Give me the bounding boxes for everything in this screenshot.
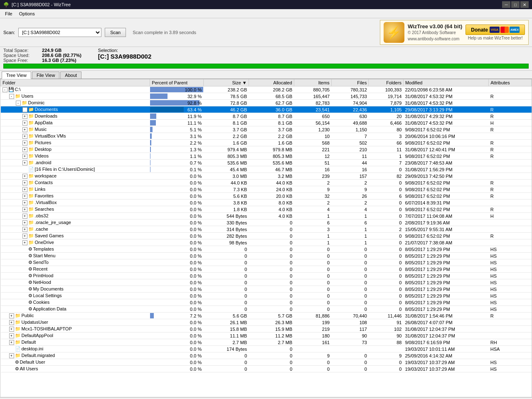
- table-row[interactable]: +📁AppData11.1 %8.1 GB8.1 GB56,15449,6886…: [1, 120, 532, 126]
- expand-button[interactable]: +: [22, 234, 27, 239]
- table-row[interactable]: +📁DefaultAppPool0.0 %11.1 MB11.2 MB18090…: [1, 332, 532, 339]
- table-row[interactable]: +📁Default.migrated0.0 %0090925/09/2016 4…: [1, 352, 532, 359]
- table-row[interactable]: +📁.android0.7 %535.6 MB535.6 MB5144723/0…: [1, 160, 532, 166]
- table-row[interactable]: -💾C:\100.0 %238.2 GB208.2 GB880,705780,3…: [1, 86, 532, 93]
- expand-button[interactable]: +: [9, 353, 14, 358]
- table-row[interactable]: +📁Downloads11.9 %8.7 GB8.7 GB6506302031/…: [1, 113, 532, 120]
- expand-button[interactable]: +: [22, 200, 27, 205]
- folder-icon: ⚙: [28, 260, 32, 265]
- table-row[interactable]: +📁Favorites0.0 %5.6 KB20.0 KB322669/08/2…: [1, 193, 532, 200]
- tab-about[interactable]: About: [60, 71, 81, 79]
- folder-icon: ⚙: [28, 286, 32, 291]
- table-row[interactable]: +📁Videos1.1 %805.3 MB805.3 MB121119/08/2…: [1, 153, 532, 160]
- table-row[interactable]: ⚙All Users0.0 %0000019/03/2017 10:37:29 …: [1, 366, 532, 372]
- table-row[interactable]: ⚙Cookies0.0 %000008/05/2017 1:29:29 PMHS: [1, 299, 532, 306]
- tab-tree-view[interactable]: Tree View: [2, 71, 31, 79]
- expand-button[interactable]: +: [9, 340, 14, 345]
- col-header-folders[interactable]: Folders: [369, 79, 403, 86]
- expand-button[interactable]: +: [9, 333, 14, 338]
- maximize-button[interactable]: □: [511, 1, 520, 8]
- table-row[interactable]: +📁Pictures2.2 %1.6 GB1.6 GB568502669/08/…: [1, 140, 532, 146]
- expand-button[interactable]: +: [22, 227, 27, 232]
- expand-button[interactable]: +: [22, 180, 27, 185]
- expand-button[interactable]: +: [22, 207, 27, 212]
- col-header-size[interactable]: Size ▼: [203, 79, 249, 86]
- table-row[interactable]: +📁Saved Games0.0 %282 Bytes01109/08/2017…: [1, 233, 532, 239]
- table-row[interactable]: ⚙Local Settings0.0 %000008/05/2017 1:29:…: [1, 293, 532, 299]
- tab-file-view[interactable]: File View: [32, 71, 59, 79]
- expand-button[interactable]: -: [9, 94, 14, 99]
- table-row[interactable]: +📁Contacts0.0 %44.0 KB44.0 KB2209/08/201…: [1, 180, 532, 186]
- col-header-items[interactable]: Items: [294, 79, 331, 86]
- table-row[interactable]: +📁.obs320.0 %544 Bytes4.0 KB1107/07/2017…: [1, 213, 532, 219]
- table-row[interactable]: +📁Searches0.0 %1.8 KB4.0 KB4409/08/2017 …: [1, 206, 532, 213]
- expand-button[interactable]: +: [22, 194, 27, 199]
- expand-button[interactable]: +: [9, 327, 14, 332]
- menu-options[interactable]: Options: [16, 10, 38, 17]
- expand-button[interactable]: +: [22, 114, 27, 119]
- expand-button[interactable]: +: [22, 127, 27, 132]
- scan-button[interactable]: Scan: [105, 28, 126, 37]
- table-row[interactable]: +📁.oracle_jre_usage0.0 %330 Bytes06602/0…: [1, 219, 532, 226]
- table-row[interactable]: ⚙PrintHood0.0 %000008/05/2017 1:29:29 PM…: [1, 273, 532, 279]
- expand-button[interactable]: -: [16, 101, 21, 106]
- menu-file[interactable]: File: [2, 10, 16, 17]
- expand-button[interactable]: +: [9, 320, 14, 325]
- expand-button[interactable]: +: [22, 121, 27, 126]
- table-row[interactable]: +📁.VirtualBox0.0 %3.8 KB8.0 KB2206/07/20…: [1, 200, 532, 206]
- table-row[interactable]: ⚙Start Menu0.0 %000008/05/2017 1:29:29 P…: [1, 253, 532, 259]
- expand-button[interactable]: +: [22, 160, 27, 165]
- expand-button[interactable]: +: [22, 107, 27, 112]
- expand-button[interactable]: +: [22, 140, 27, 145]
- table-row[interactable]: +📁workspace0.0 %3.0 MB3.2 MB2391578229/0…: [1, 173, 532, 180]
- table-row[interactable]: -📁Dominic92.8 %72.8 GB62.7 GB82,78374,90…: [1, 100, 532, 106]
- modified-cell: 31/08/2017 12:40:41 PM: [403, 146, 488, 153]
- col-header-allocated[interactable]: Allocated: [249, 79, 294, 86]
- table-row[interactable]: +📁Music5.1 %3.7 GB3.7 GB1,2301,150809/08…: [1, 126, 532, 133]
- expand-button[interactable]: +: [22, 214, 27, 219]
- col-header-percent[interactable]: Percent of Parent: [150, 79, 203, 86]
- donate-button[interactable]: Donate VISA AMEX: [466, 25, 525, 35]
- folders-cell: 11,446: [369, 313, 403, 319]
- table-row[interactable]: +📁Mcx1-TOSHIBALAPTOP0.0 %15.8 MB15.9 MB2…: [1, 326, 532, 332]
- table-row[interactable]: ⚙SendTo0.0 %000008/05/2017 1:29:29 PMHS: [1, 259, 532, 266]
- table-row[interactable]: ⚙Recent0.0 %000008/05/2017 1:29:29 PMHS: [1, 266, 532, 273]
- table-row[interactable]: ⚙My Documents0.0 %000008/05/2017 1:29:29…: [1, 286, 532, 293]
- expand-button[interactable]: +: [22, 187, 27, 192]
- expand-button[interactable]: +: [22, 134, 27, 139]
- attrs-cell: R: [489, 193, 532, 200]
- minimize-button[interactable]: ─: [502, 1, 510, 8]
- table-row[interactable]: ⚙Templates0.0 %000008/05/2017 1:29:29 PM…: [1, 246, 532, 253]
- attrs-cell: R: [489, 153, 532, 160]
- table-row[interactable]: +📁VirtualBox VMs3.1 %2.2 GB2.2 GB107320/…: [1, 133, 532, 140]
- table-row[interactable]: +📁Desktop1.3 %979.4 MB979.8 MB2212101131…: [1, 146, 532, 153]
- table-row[interactable]: ⚙Application Data0.0 %000008/05/2017 1:2…: [1, 306, 532, 313]
- table-row[interactable]: +📁OneDrive0.0 %98 Bytes011021/07/2017 7:…: [1, 239, 532, 246]
- tree-container[interactable]: Folder Percent of Parent Size ▼ Allocate…: [0, 79, 532, 397]
- col-header-attributes[interactable]: Attributes: [489, 79, 532, 86]
- col-header-folder[interactable]: Folder: [1, 79, 150, 86]
- close-button[interactable]: ✕: [520, 1, 529, 8]
- table-row[interactable]: +📁.cache0.0 %314 Bytes031215/05/2017 9:5…: [1, 226, 532, 233]
- table-row[interactable]: 📄[16 Files in C:\Users\Dominic]0.1 %45.4…: [1, 166, 532, 173]
- table-row[interactable]: +📁Links0.0 %7.3 KB24.0 KB9909/08/2017 6:…: [1, 186, 532, 193]
- expand-button[interactable]: -: [2, 87, 7, 92]
- table-row[interactable]: 📄desktop.ini0.0 %174 Bytes019/03/2017 10…: [1, 346, 532, 352]
- table-row[interactable]: +📁Default0.0 %2.7 MB2.7 MB16173889/08/20…: [1, 339, 532, 346]
- expand-button[interactable]: +: [9, 313, 14, 318]
- table-row[interactable]: +📁UpdatusUser0.0 %26.1 MB26.3 MB19910891…: [1, 319, 532, 326]
- expand-button[interactable]: +: [22, 174, 27, 179]
- table-row[interactable]: ⚙Default User0.0 %0000019/03/2017 10:37:…: [1, 359, 532, 366]
- table-row[interactable]: +📁Public7.2 %5.6 GB5.7 GB81,88670,44011,…: [1, 313, 532, 319]
- col-header-modified[interactable]: Modified: [403, 79, 488, 86]
- percent-cell: 0.0 %: [150, 186, 203, 193]
- drive-select[interactable]: [C:] S3A9988D002: [18, 28, 101, 37]
- table-row[interactable]: ⚙NetHood0.0 %000008/05/2017 1:29:29 PMHS: [1, 279, 532, 286]
- table-row[interactable]: -📁Users32.9 %78.5 GB68.5 GB165,447145,73…: [1, 93, 532, 100]
- expand-button[interactable]: +: [22, 240, 27, 245]
- expand-button[interactable]: +: [22, 220, 27, 225]
- expand-button[interactable]: +: [22, 147, 27, 152]
- table-row[interactable]: +📁Documents63.4 %46.2 GB36.0 GB23,54122,…: [1, 106, 532, 113]
- expand-button[interactable]: +: [22, 154, 27, 159]
- col-header-files[interactable]: Files: [331, 79, 369, 86]
